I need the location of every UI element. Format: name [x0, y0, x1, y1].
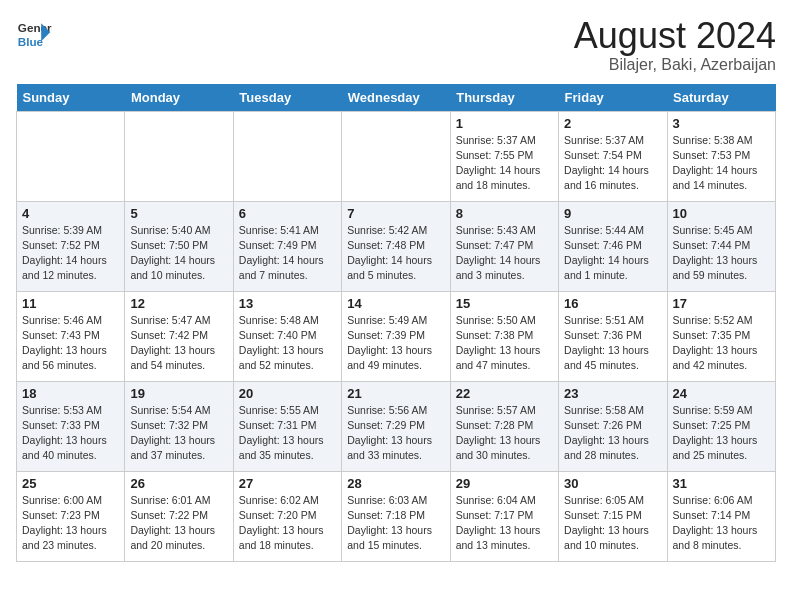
location: Bilajer, Baki, Azerbaijan — [574, 56, 776, 74]
day-cell: 15Sunrise: 5:50 AM Sunset: 7:38 PM Dayli… — [450, 291, 558, 381]
day-cell: 11Sunrise: 5:46 AM Sunset: 7:43 PM Dayli… — [17, 291, 125, 381]
day-number: 18 — [22, 386, 119, 401]
day-cell: 28Sunrise: 6:03 AM Sunset: 7:18 PM Dayli… — [342, 471, 450, 561]
day-info: Sunrise: 5:37 AM Sunset: 7:54 PM Dayligh… — [564, 133, 661, 194]
calendar-table: SundayMondayTuesdayWednesdayThursdayFrid… — [16, 84, 776, 562]
day-number: 5 — [130, 206, 227, 221]
day-info: Sunrise: 5:54 AM Sunset: 7:32 PM Dayligh… — [130, 403, 227, 464]
day-cell: 5Sunrise: 5:40 AM Sunset: 7:50 PM Daylig… — [125, 201, 233, 291]
day-info: Sunrise: 5:59 AM Sunset: 7:25 PM Dayligh… — [673, 403, 770, 464]
day-info: Sunrise: 5:47 AM Sunset: 7:42 PM Dayligh… — [130, 313, 227, 374]
day-cell — [342, 111, 450, 201]
day-number: 17 — [673, 296, 770, 311]
day-cell: 6Sunrise: 5:41 AM Sunset: 7:49 PM Daylig… — [233, 201, 341, 291]
header-row: SundayMondayTuesdayWednesdayThursdayFrid… — [17, 84, 776, 112]
day-cell: 23Sunrise: 5:58 AM Sunset: 7:26 PM Dayli… — [559, 381, 667, 471]
day-info: Sunrise: 5:50 AM Sunset: 7:38 PM Dayligh… — [456, 313, 553, 374]
header-tuesday: Tuesday — [233, 84, 341, 112]
day-cell — [17, 111, 125, 201]
header-monday: Monday — [125, 84, 233, 112]
day-info: Sunrise: 5:56 AM Sunset: 7:29 PM Dayligh… — [347, 403, 444, 464]
day-cell: 21Sunrise: 5:56 AM Sunset: 7:29 PM Dayli… — [342, 381, 450, 471]
page-header: General Blue August 2024 Bilajer, Baki, … — [16, 16, 776, 74]
day-cell: 14Sunrise: 5:49 AM Sunset: 7:39 PM Dayli… — [342, 291, 450, 381]
day-cell: 31Sunrise: 6:06 AM Sunset: 7:14 PM Dayli… — [667, 471, 775, 561]
day-number: 15 — [456, 296, 553, 311]
day-info: Sunrise: 5:53 AM Sunset: 7:33 PM Dayligh… — [22, 403, 119, 464]
day-number: 21 — [347, 386, 444, 401]
day-info: Sunrise: 5:51 AM Sunset: 7:36 PM Dayligh… — [564, 313, 661, 374]
day-info: Sunrise: 5:52 AM Sunset: 7:35 PM Dayligh… — [673, 313, 770, 374]
day-cell: 3Sunrise: 5:38 AM Sunset: 7:53 PM Daylig… — [667, 111, 775, 201]
day-info: Sunrise: 6:06 AM Sunset: 7:14 PM Dayligh… — [673, 493, 770, 554]
day-info: Sunrise: 6:03 AM Sunset: 7:18 PM Dayligh… — [347, 493, 444, 554]
day-number: 24 — [673, 386, 770, 401]
day-number: 16 — [564, 296, 661, 311]
day-cell: 8Sunrise: 5:43 AM Sunset: 7:47 PM Daylig… — [450, 201, 558, 291]
day-info: Sunrise: 5:57 AM Sunset: 7:28 PM Dayligh… — [456, 403, 553, 464]
day-number: 3 — [673, 116, 770, 131]
day-number: 7 — [347, 206, 444, 221]
svg-text:Blue: Blue — [18, 35, 44, 48]
day-cell: 22Sunrise: 5:57 AM Sunset: 7:28 PM Dayli… — [450, 381, 558, 471]
week-row-4: 18Sunrise: 5:53 AM Sunset: 7:33 PM Dayli… — [17, 381, 776, 471]
header-saturday: Saturday — [667, 84, 775, 112]
day-info: Sunrise: 6:04 AM Sunset: 7:17 PM Dayligh… — [456, 493, 553, 554]
day-cell: 2Sunrise: 5:37 AM Sunset: 7:54 PM Daylig… — [559, 111, 667, 201]
logo-icon: General Blue — [16, 16, 52, 52]
day-info: Sunrise: 5:40 AM Sunset: 7:50 PM Dayligh… — [130, 223, 227, 284]
day-number: 29 — [456, 476, 553, 491]
day-cell: 17Sunrise: 5:52 AM Sunset: 7:35 PM Dayli… — [667, 291, 775, 381]
logo: General Blue — [16, 16, 52, 52]
day-info: Sunrise: 5:58 AM Sunset: 7:26 PM Dayligh… — [564, 403, 661, 464]
day-info: Sunrise: 5:43 AM Sunset: 7:47 PM Dayligh… — [456, 223, 553, 284]
day-number: 28 — [347, 476, 444, 491]
day-cell — [233, 111, 341, 201]
day-info: Sunrise: 5:55 AM Sunset: 7:31 PM Dayligh… — [239, 403, 336, 464]
day-info: Sunrise: 5:38 AM Sunset: 7:53 PM Dayligh… — [673, 133, 770, 194]
day-number: 13 — [239, 296, 336, 311]
day-number: 22 — [456, 386, 553, 401]
header-wednesday: Wednesday — [342, 84, 450, 112]
day-cell: 30Sunrise: 6:05 AM Sunset: 7:15 PM Dayli… — [559, 471, 667, 561]
day-number: 4 — [22, 206, 119, 221]
day-cell: 29Sunrise: 6:04 AM Sunset: 7:17 PM Dayli… — [450, 471, 558, 561]
day-cell: 10Sunrise: 5:45 AM Sunset: 7:44 PM Dayli… — [667, 201, 775, 291]
day-number: 6 — [239, 206, 336, 221]
day-cell: 9Sunrise: 5:44 AM Sunset: 7:46 PM Daylig… — [559, 201, 667, 291]
day-number: 27 — [239, 476, 336, 491]
day-number: 11 — [22, 296, 119, 311]
day-info: Sunrise: 6:00 AM Sunset: 7:23 PM Dayligh… — [22, 493, 119, 554]
title-block: August 2024 Bilajer, Baki, Azerbaijan — [574, 16, 776, 74]
day-cell: 7Sunrise: 5:42 AM Sunset: 7:48 PM Daylig… — [342, 201, 450, 291]
day-cell: 25Sunrise: 6:00 AM Sunset: 7:23 PM Dayli… — [17, 471, 125, 561]
day-info: Sunrise: 5:42 AM Sunset: 7:48 PM Dayligh… — [347, 223, 444, 284]
day-info: Sunrise: 5:41 AM Sunset: 7:49 PM Dayligh… — [239, 223, 336, 284]
day-info: Sunrise: 6:01 AM Sunset: 7:22 PM Dayligh… — [130, 493, 227, 554]
day-number: 26 — [130, 476, 227, 491]
day-number: 1 — [456, 116, 553, 131]
day-number: 14 — [347, 296, 444, 311]
day-number: 23 — [564, 386, 661, 401]
day-cell: 27Sunrise: 6:02 AM Sunset: 7:20 PM Dayli… — [233, 471, 341, 561]
day-cell: 12Sunrise: 5:47 AM Sunset: 7:42 PM Dayli… — [125, 291, 233, 381]
day-info: Sunrise: 5:37 AM Sunset: 7:55 PM Dayligh… — [456, 133, 553, 194]
day-info: Sunrise: 6:05 AM Sunset: 7:15 PM Dayligh… — [564, 493, 661, 554]
week-row-2: 4Sunrise: 5:39 AM Sunset: 7:52 PM Daylig… — [17, 201, 776, 291]
day-cell: 13Sunrise: 5:48 AM Sunset: 7:40 PM Dayli… — [233, 291, 341, 381]
header-sunday: Sunday — [17, 84, 125, 112]
day-cell: 18Sunrise: 5:53 AM Sunset: 7:33 PM Dayli… — [17, 381, 125, 471]
day-cell: 16Sunrise: 5:51 AM Sunset: 7:36 PM Dayli… — [559, 291, 667, 381]
day-cell: 24Sunrise: 5:59 AM Sunset: 7:25 PM Dayli… — [667, 381, 775, 471]
day-info: Sunrise: 5:46 AM Sunset: 7:43 PM Dayligh… — [22, 313, 119, 374]
day-number: 30 — [564, 476, 661, 491]
day-info: Sunrise: 5:48 AM Sunset: 7:40 PM Dayligh… — [239, 313, 336, 374]
day-info: Sunrise: 5:39 AM Sunset: 7:52 PM Dayligh… — [22, 223, 119, 284]
week-row-1: 1Sunrise: 5:37 AM Sunset: 7:55 PM Daylig… — [17, 111, 776, 201]
day-info: Sunrise: 5:44 AM Sunset: 7:46 PM Dayligh… — [564, 223, 661, 284]
day-cell: 1Sunrise: 5:37 AM Sunset: 7:55 PM Daylig… — [450, 111, 558, 201]
day-number: 25 — [22, 476, 119, 491]
month-title: August 2024 — [574, 16, 776, 56]
day-number: 31 — [673, 476, 770, 491]
day-number: 8 — [456, 206, 553, 221]
